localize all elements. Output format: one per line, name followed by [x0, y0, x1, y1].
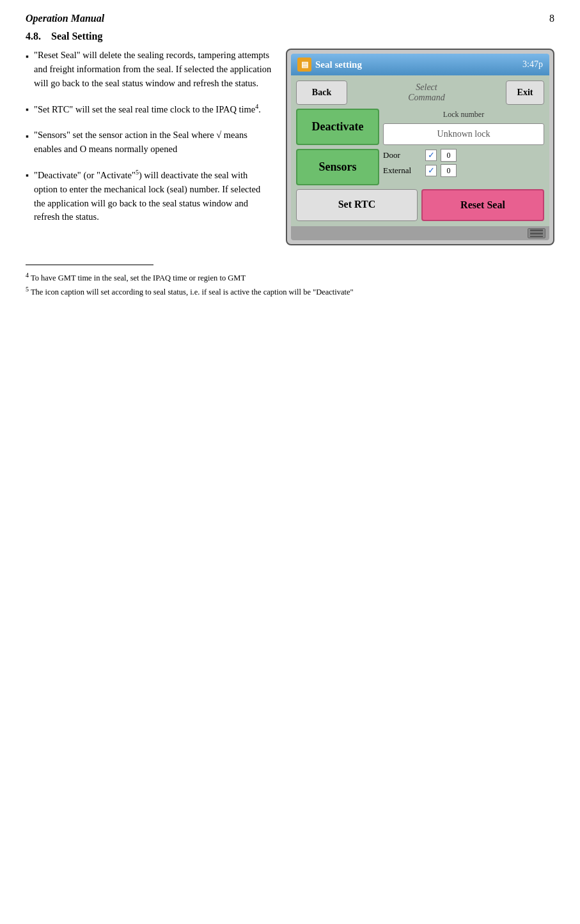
page-header: Operation Manual 8	[26, 13, 554, 24]
bullet-list: "Reset Seal" will delete the sealing rec…	[26, 49, 273, 224]
door-checkbox[interactable]: ✓	[425, 150, 437, 161]
external-value[interactable]: 0	[441, 164, 457, 177]
svg-rect-1	[530, 233, 543, 235]
bullet-text-1: "Reset Seal" will delete the sealing rec…	[34, 49, 273, 90]
list-item: "Set RTC" will set the seal real time cl…	[26, 102, 273, 117]
unknown-lock-field[interactable]: Unknown lock	[383, 123, 544, 145]
seal-icon: ▤	[297, 58, 311, 72]
external-sensor-row: External ✓ 0	[383, 164, 544, 177]
taskbar-icon	[528, 228, 545, 238]
sensors-right: Door ✓ 0 External ✓ 0	[383, 149, 544, 185]
lock-number-label: Lock number	[383, 109, 544, 121]
svg-rect-0	[530, 229, 543, 231]
footnote-5: 5 The icon caption will set according to…	[26, 284, 554, 298]
footnote-4: 4 To have GMT time in the seal, set the …	[26, 270, 554, 284]
screen-row-1: Back SelectCommand Exit	[296, 81, 544, 105]
footnotes: 4 To have GMT time in the seal, set the …	[26, 270, 554, 298]
deactivate-button[interactable]: Deactivate	[296, 109, 379, 145]
device-screen: ▤ Seal setting 3:47p Back SelectCommand …	[291, 54, 549, 240]
lock-number-area: Lock number Unknown lock	[383, 109, 544, 145]
section-title: 4.8. Seal Setting	[26, 31, 554, 42]
bullet-text-2: "Set RTC" will set the seal real time cl…	[34, 102, 261, 117]
screen-title-area: ▤ Seal setting	[297, 58, 362, 72]
page-number: 8	[549, 13, 554, 24]
list-item: "Deactivate" (or "Activate"5) will deact…	[26, 167, 273, 224]
list-item: "Reset Seal" will delete the sealing rec…	[26, 49, 273, 90]
screen-title-text: Seal setting	[315, 59, 362, 70]
exit-button[interactable]: Exit	[506, 81, 544, 105]
footnote-divider	[26, 265, 153, 265]
screen-time: 3:47p	[522, 59, 543, 70]
external-label: External	[383, 166, 421, 176]
select-command-label: SelectCommand	[351, 81, 502, 105]
text-column: "Reset Seal" will delete the sealing rec…	[26, 49, 273, 245]
device-screenshot: ▤ Seal setting 3:47p Back SelectCommand …	[286, 49, 554, 245]
bullet-text-4: "Deactivate" (or "Activate"5) will deact…	[34, 167, 273, 224]
external-checkbox[interactable]: ✓	[425, 165, 437, 176]
door-sensor-row: Door ✓ 0	[383, 149, 544, 162]
door-value[interactable]: 0	[441, 149, 457, 162]
screen-row-3: Sensors Door ✓ 0 External ✓ 0	[296, 149, 544, 185]
reset-seal-button[interactable]: Reset Seal	[421, 189, 544, 221]
screen-body: Back SelectCommand Exit Deactivate Lock …	[291, 75, 549, 226]
set-rtc-button[interactable]: Set RTC	[296, 189, 418, 221]
list-item: "Sensors" set the sensor action in the S…	[26, 128, 273, 157]
bullet-text-3: "Sensors" set the sensor action in the S…	[34, 128, 273, 157]
screen-row-2: Deactivate Lock number Unknown lock	[296, 109, 544, 145]
document-title: Operation Manual	[26, 13, 104, 24]
svg-rect-2	[530, 236, 543, 237]
screen-header: ▤ Seal setting 3:47p	[291, 54, 549, 75]
sensors-button[interactable]: Sensors	[296, 149, 379, 185]
screen-bottom-bar	[291, 226, 549, 240]
back-button[interactable]: Back	[296, 81, 347, 105]
content-area: "Reset Seal" will delete the sealing rec…	[26, 49, 554, 245]
screen-row-4: Set RTC Reset Seal	[296, 189, 544, 221]
door-label: Door	[383, 150, 421, 160]
